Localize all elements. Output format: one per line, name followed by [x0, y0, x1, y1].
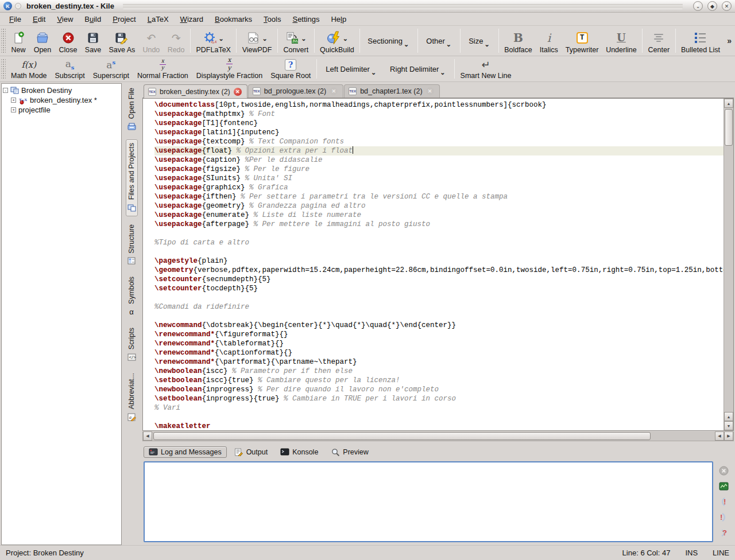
viewpdf-button[interactable]: ViewPDF	[238, 26, 276, 56]
vtab-abbreviation[interactable]: Abbreviat... a	[126, 370, 137, 425]
close-window-button[interactable]: ✕	[722, 1, 732, 11]
menu-build[interactable]: Build	[79, 14, 107, 25]
code-line[interactable]: \usepackage{SIunits} % Unita' SI	[154, 174, 724, 183]
code-line[interactable]	[154, 229, 724, 238]
vtab-files-and-projects[interactable]: Files and Projects	[126, 139, 138, 216]
underline-button[interactable]: U Underline	[602, 26, 640, 56]
toolbar-drag-handle[interactable]	[1, 28, 6, 54]
code-line[interactable]: \newboolean{iscc} % Parametro per if the…	[154, 367, 724, 376]
vtab-open-file[interactable]: Open File	[126, 85, 137, 134]
code-line[interactable]: % Vari	[154, 403, 724, 413]
code-line[interactable]: \usepackage{float} % Opzioni extra per i…	[154, 146, 724, 155]
bulleted-list-button[interactable]: Bulleted List	[678, 26, 724, 56]
code-line[interactable]: \usepackage{mathptmx} % Font	[154, 110, 724, 119]
vtab-structure[interactable]: Structure	[126, 221, 137, 269]
tree-item-project[interactable]: - Broken Destiny	[3, 85, 120, 95]
code-line[interactable]	[154, 293, 724, 302]
tab-preview[interactable]: Preview	[326, 446, 373, 458]
convert-button[interactable]: Convert	[280, 26, 312, 56]
right-delimiter-button[interactable]: Right Delimiter	[383, 56, 452, 81]
scroll-down-icon[interactable]: ▼	[724, 421, 733, 430]
menu-file[interactable]: File	[3, 14, 27, 25]
open-button[interactable]: Open	[30, 26, 55, 56]
vtab-scripts[interactable]: Scripts </>	[126, 325, 137, 365]
scroll-up-icon[interactable]: ▲	[724, 412, 733, 421]
code-line[interactable]	[154, 312, 724, 321]
code-line[interactable]: \usepackage{figsize} % Per le figure	[154, 165, 724, 174]
math-mode-button[interactable]: f(x) Math Mode	[7, 56, 51, 81]
redo-button[interactable]: ↷ Redo	[164, 26, 188, 56]
size-button[interactable]: Size	[462, 26, 497, 56]
code-line[interactable]: \usepackage{afterpage} % Per mettere le …	[154, 220, 724, 229]
vertical-scrollbar[interactable]: ▲ ▲ ▼	[724, 99, 733, 430]
code-area[interactable]: \documentclass[10pt,twoside,english,norm…	[143, 99, 724, 430]
code-line[interactable]: \setcounter{secnumdepth}{5}	[154, 275, 724, 284]
normal-fraction-button[interactable]: xy Normal Fraction	[133, 56, 192, 81]
statusbar-selection-mode[interactable]: LINE	[713, 549, 729, 557]
left-delimiter-button[interactable]: Left Delimiter	[319, 56, 383, 81]
menu-settings[interactable]: Settings	[287, 14, 325, 25]
save-button[interactable]: Save	[81, 26, 105, 56]
tab-konsole[interactable]: Konsole	[275, 446, 323, 458]
displaystyle-fraction-button[interactable]: xy Displaystyle Fraction	[192, 56, 266, 81]
code-line[interactable]: \setcounter{tocdepth}{5}	[154, 284, 724, 293]
scroll-right-icon[interactable]: ▶	[724, 431, 733, 441]
menu-project[interactable]: Project	[107, 14, 141, 25]
italics-button[interactable]: i Italics	[536, 26, 562, 56]
other-button[interactable]: Other	[420, 26, 458, 56]
vertical-scroll-thumb[interactable]	[725, 109, 733, 146]
tab-log-and-messages[interactable]: Log and Messages	[144, 446, 227, 458]
statusbar-insert-mode[interactable]: INS	[685, 549, 698, 557]
menu-bookmarks[interactable]: Bookmarks	[209, 14, 258, 25]
code-line[interactable]: \setboolean{iscc}{true} % Cambiare quest…	[154, 376, 724, 385]
pdflatex-button[interactable]: TeX PDFLaTeX	[192, 26, 234, 56]
tab-bd-chapter1[interactable]: TEX bd_chapter1.tex (2) ✕	[344, 84, 439, 98]
code-line[interactable]: \usepackage{textcomp} % Text Companion f…	[154, 137, 724, 146]
log-output-view[interactable]	[144, 461, 713, 542]
latex-badbox-icon[interactable]: ?	[718, 527, 729, 538]
code-line[interactable]: \pagestyle{plain}	[154, 256, 724, 266]
menu-wizard[interactable]: Wizard	[175, 14, 209, 25]
scroll-left-icon[interactable]: ◀	[143, 431, 152, 441]
menu-tools[interactable]: Tools	[258, 14, 287, 25]
window-menu-icon[interactable]: ·	[15, 3, 21, 9]
tab-output[interactable]: Output	[229, 446, 273, 458]
code-line[interactable]: \newcommand{\dotsbreak}{\begin{center}{*…	[154, 321, 724, 330]
code-line[interactable]: \documentclass[10pt,twoside,english,norm…	[154, 100, 724, 110]
code-line[interactable]	[154, 247, 724, 256]
close-tab-icon[interactable]: ✕	[234, 88, 242, 96]
view-log-icon[interactable]	[718, 481, 729, 491]
expand-expander[interactable]: +	[11, 107, 16, 112]
scroll-up-icon[interactable]: ▲	[724, 99, 733, 108]
menu-edit[interactable]: Edit	[27, 14, 51, 25]
vtab-symbols[interactable]: Symbols α	[126, 274, 137, 320]
code-line[interactable]: \renewcommand*{\partformat}{\partname~\t…	[154, 357, 724, 367]
expand-expander[interactable]: +	[11, 98, 16, 103]
code-line[interactable]: \usepackage{ifthen} % Per settare i para…	[154, 192, 724, 201]
code-line[interactable]: \geometry{verbose,pdftex,paperwidth=15.2…	[154, 266, 724, 275]
tab-broken-destiny[interactable]: TEX broken_destiny.tex (2) ✕	[144, 84, 247, 98]
next-latex-error-icon[interactable]: !	[718, 512, 729, 522]
subscript-button[interactable]: as Subscript	[51, 56, 89, 81]
superscript-button[interactable]: as Superscript	[89, 56, 133, 81]
code-line[interactable]: \makeatletter	[154, 422, 724, 430]
close-tab-icon[interactable]: ✕	[426, 87, 434, 95]
menu-view[interactable]: View	[51, 14, 79, 25]
code-line[interactable]: \usepackage[latin1]{inputenc}	[154, 128, 724, 137]
square-root-button[interactable]: ? Square Root	[266, 56, 315, 81]
tree-item-texfile[interactable]: + TEX broken_destiny.tex *	[3, 95, 120, 105]
code-line[interactable]: %Tipo di carta e altro	[154, 238, 724, 247]
tree-item-projectfile[interactable]: + projectfile	[3, 105, 120, 115]
scroll-left-icon[interactable]: ◀	[715, 431, 724, 441]
code-line[interactable]: \newboolean{inprogress} % Per dire quand…	[154, 385, 724, 394]
previous-latex-error-icon[interactable]: !	[718, 496, 729, 507]
quickbuild-button[interactable]: QuickBuild	[316, 26, 358, 56]
code-line[interactable]: \usepackage{graphicx} % Grafica	[154, 183, 724, 192]
close-tab-icon[interactable]: ✕	[330, 87, 338, 95]
center-button[interactable]: Center	[644, 26, 674, 56]
code-line[interactable]: \usepackage{enumerate} % Liste di liste …	[154, 211, 724, 220]
new-button[interactable]: New	[7, 26, 30, 56]
typewriter-button[interactable]: T Typewriter	[562, 26, 602, 56]
minimize-button[interactable]: ⌄	[693, 1, 703, 11]
toolbar-overflow-button[interactable]: »	[724, 36, 735, 45]
